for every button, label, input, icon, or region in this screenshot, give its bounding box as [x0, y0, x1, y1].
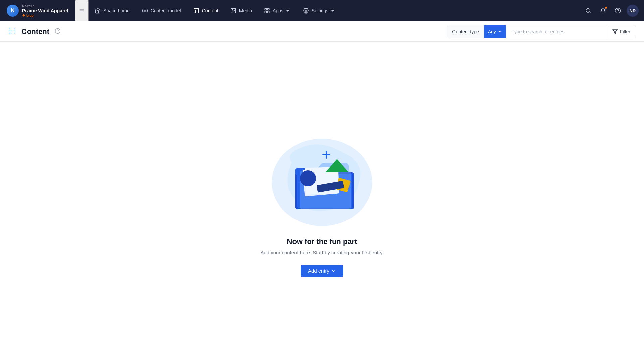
svg-rect-18: [9, 28, 15, 34]
svg-rect-0: [80, 9, 84, 10]
svg-point-31: [300, 170, 316, 186]
svg-rect-9: [265, 8, 266, 10]
content-page-icon: [8, 27, 16, 36]
settings-icon: [303, 8, 309, 14]
nav-right: NR: [577, 0, 644, 21]
blog-label: blog: [22, 13, 68, 17]
nav-item-settings[interactable]: Settings: [297, 0, 342, 21]
brand-logo: N: [7, 5, 19, 17]
svg-point-8: [232, 9, 233, 10]
svg-point-13: [305, 10, 307, 12]
filter-bar: Content type Any Filter: [447, 25, 636, 38]
svg-rect-10: [267, 8, 269, 10]
content-type-label: Content type: [447, 25, 484, 38]
brand-area: N Nacelle Prairie Wind Apparel blog: [0, 0, 75, 21]
company-name: Prairie Wind Apparel: [22, 8, 68, 13]
add-entry-button[interactable]: Add entry: [301, 265, 343, 277]
blog-icon: [22, 14, 25, 17]
apps-icon: [264, 8, 270, 14]
svg-rect-12: [267, 11, 269, 13]
svg-point-3: [144, 10, 146, 12]
any-chevron-icon: [497, 29, 502, 34]
svg-point-14: [586, 8, 590, 12]
apps-dropdown-chevron: [285, 8, 291, 14]
page-title: Content: [21, 27, 49, 36]
search-input[interactable]: [506, 25, 607, 38]
menu-icon: [80, 7, 84, 14]
search-icon: [585, 8, 591, 14]
nav-item-media[interactable]: Media: [224, 0, 258, 21]
subheader: Content Content type Any Filter: [0, 21, 644, 42]
settings-dropdown-chevron: [330, 8, 336, 14]
content-type-any-button[interactable]: Any: [484, 25, 506, 38]
page-help-icon[interactable]: [55, 28, 61, 35]
content-edit-icon: [8, 27, 16, 35]
content-icon: [193, 8, 199, 14]
nacelle-label: Nacelle: [22, 4, 68, 8]
filter-button[interactable]: Filter: [607, 25, 636, 38]
svg-line-15: [589, 12, 590, 13]
nav-items: Space home Content model Content Media: [89, 0, 577, 21]
media-icon: [230, 8, 236, 14]
filter-icon: [612, 29, 618, 34]
question-circle-icon: [55, 28, 61, 34]
top-navigation: N Nacelle Prairie Wind Apparel blog Sp: [0, 0, 644, 21]
home-icon: [95, 8, 101, 14]
main-content: Now for the fun part Add your content he…: [0, 42, 644, 364]
svg-rect-11: [265, 11, 266, 13]
empty-state-illustration: [265, 129, 379, 229]
nav-item-content-model[interactable]: Content model: [136, 0, 187, 21]
user-avatar[interactable]: NR: [627, 5, 639, 17]
svg-marker-23: [613, 30, 617, 34]
nav-item-apps[interactable]: Apps: [258, 0, 297, 21]
svg-rect-1: [80, 10, 84, 11]
content-model-icon: [142, 8, 148, 14]
svg-rect-4: [194, 8, 199, 13]
notification-badge: [604, 6, 608, 9]
help-icon: [615, 8, 621, 14]
hamburger-button[interactable]: [75, 0, 89, 21]
add-entry-chevron-icon: [331, 269, 336, 273]
empty-state-subtitle: Add your content here. Start by creating…: [260, 249, 383, 255]
search-button[interactable]: [582, 5, 594, 17]
notifications-button[interactable]: [597, 5, 609, 17]
empty-state-title: Now for the fun part: [287, 237, 357, 246]
help-button[interactable]: [612, 5, 624, 17]
brand-text: Nacelle Prairie Wind Apparel blog: [22, 4, 68, 17]
svg-rect-2: [80, 12, 84, 12]
folder-illustration: [265, 129, 379, 229]
nav-item-space-home[interactable]: Space home: [89, 0, 136, 21]
nav-item-content[interactable]: Content: [187, 0, 224, 21]
